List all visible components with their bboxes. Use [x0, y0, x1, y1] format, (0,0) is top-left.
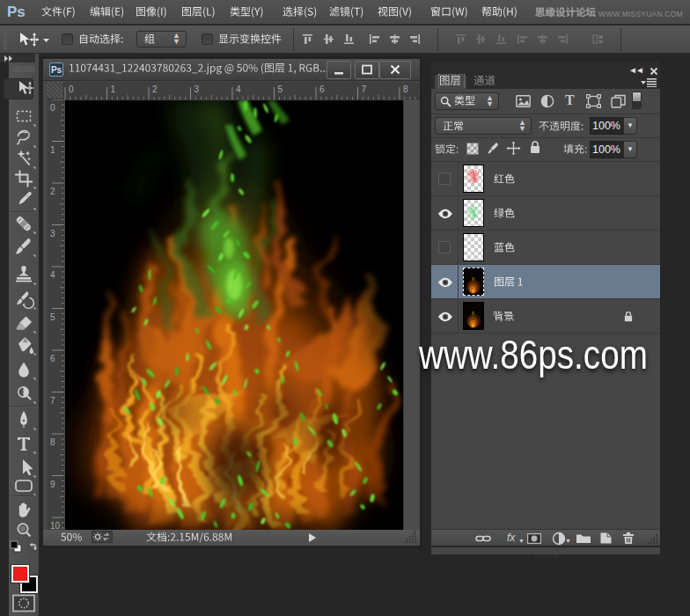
svg-text:2: 2	[152, 84, 158, 94]
svg-text:8: 8	[403, 84, 408, 94]
svg-text:2: 2	[50, 187, 55, 196]
svg-text:0: 0	[50, 103, 55, 113]
svg-text:8: 8	[50, 437, 55, 447]
svg-text:1: 1	[111, 84, 116, 94]
svg-text:1: 1	[50, 145, 55, 155]
svg-text:4: 4	[50, 270, 55, 280]
svg-text:9: 9	[50, 480, 55, 489]
svg-text:10: 10	[50, 521, 61, 530]
svg-text:0: 0	[69, 84, 74, 94]
svg-text:6: 6	[319, 84, 325, 94]
svg-text:7: 7	[50, 396, 55, 406]
svg-text:3: 3	[50, 229, 55, 238]
svg-text:6: 6	[50, 354, 55, 363]
svg-text:7: 7	[362, 84, 367, 94]
svg-text:3: 3	[195, 84, 200, 94]
svg-text:4: 4	[236, 84, 241, 94]
svg-text:5: 5	[50, 312, 55, 322]
svg-text:5: 5	[278, 84, 283, 94]
